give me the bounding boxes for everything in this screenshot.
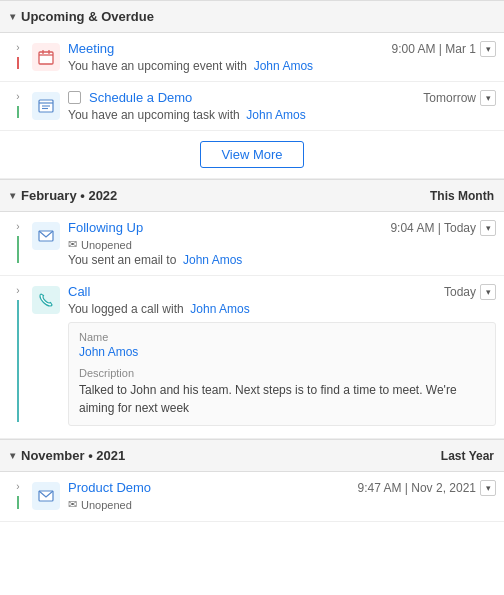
activity-left-meeting: › (4, 41, 32, 73)
activity-item-schedule-demo: › Schedule a Demo Tomo (0, 82, 504, 131)
section-title: Upcoming & Overdue (21, 9, 154, 24)
expand-arrow-following[interactable]: › (16, 220, 19, 232)
call-detail-box: Name John Amos Description Talked to Joh… (68, 322, 496, 426)
meeting-desc: You have an upcoming event with John Amo… (68, 59, 496, 73)
call-desc-label: Description (79, 367, 485, 379)
section-badge-november: Last Year (441, 449, 494, 463)
chevron-icon[interactable]: ▾ (10, 11, 15, 22)
activity-item-product-demo: › Product Demo 9:47 AM | Nov 2, 2021 ▾ (0, 472, 504, 522)
expand-arrow-product-demo[interactable]: › (16, 480, 19, 492)
schedule-title[interactable]: Schedule a Demo (89, 90, 192, 105)
schedule-checkbox[interactable] (68, 91, 81, 104)
chevron-icon-february[interactable]: ▾ (10, 190, 15, 201)
expand-arrow-schedule[interactable]: › (16, 90, 19, 102)
following-time: 9:04 AM | Today (390, 221, 476, 235)
activity-left-call: › (4, 284, 32, 426)
schedule-title-row: Schedule a Demo Tomorrow ▾ (68, 90, 496, 106)
left-border-product-demo (17, 496, 19, 509)
left-border-call (17, 300, 19, 422)
following-icon (32, 222, 60, 250)
svg-rect-0 (39, 52, 53, 64)
view-more-button[interactable]: View More (200, 141, 303, 168)
chevron-icon-november[interactable]: ▾ (10, 450, 15, 461)
section-february-2022: ▾ February • 2022 This Month › Following… (0, 179, 504, 439)
activity-item-call: › Call Today ▾ You logged a call with (0, 276, 504, 439)
expand-arrow-meeting[interactable]: › (16, 41, 19, 53)
meeting-icon (32, 43, 60, 71)
meeting-content: Meeting 9:00 AM | Mar 1 ▾ You have an up… (60, 41, 496, 73)
schedule-link[interactable]: John Amos (246, 108, 305, 122)
following-title[interactable]: Following Up (68, 220, 143, 235)
following-content: Following Up 9:04 AM | Today ▾ ✉ Unopene… (60, 220, 496, 267)
call-dropdown-btn[interactable]: ▾ (480, 284, 496, 300)
schedule-desc: You have an upcoming task with John Amos (68, 108, 496, 122)
call-content: Call Today ▾ You logged a call with John… (60, 284, 496, 426)
product-demo-dropdown-btn[interactable]: ▾ (480, 480, 496, 496)
expand-arrow-call[interactable]: › (16, 284, 19, 296)
call-title[interactable]: Call (68, 284, 90, 299)
following-title-row: Following Up 9:04 AM | Today ▾ (68, 220, 496, 236)
following-status: ✉ Unopened (68, 238, 496, 251)
following-status-text: Unopened (81, 239, 132, 251)
section-upcoming-overdue: ▾ Upcoming & Overdue › Meeting (0, 0, 504, 179)
following-dropdown-btn[interactable]: ▾ (480, 220, 496, 236)
view-more-container: View More (0, 131, 504, 179)
meeting-desc-prefix: You have an upcoming event with (68, 59, 247, 73)
call-desc-value: Talked to John and his team. Next steps … (79, 381, 485, 417)
call-desc: You logged a call with John Amos (68, 302, 496, 316)
call-link[interactable]: John Amos (190, 302, 249, 316)
activity-left-product-demo: › (4, 480, 32, 513)
meeting-title-row: Meeting 9:00 AM | Mar 1 ▾ (68, 41, 496, 57)
activity-item-meeting: › Meeting 9:00 AM | Mar 1 ▾ (0, 33, 504, 82)
call-title-row: Call Today ▾ (68, 284, 496, 300)
call-icon (32, 286, 60, 314)
mail-status-icon: ✉ (68, 238, 77, 251)
app-container: ▾ Upcoming & Overdue › Meeting (0, 0, 504, 522)
meeting-link[interactable]: John Amos (254, 59, 313, 73)
schedule-content: Schedule a Demo Tomorrow ▾ You have an u… (60, 90, 496, 122)
product-demo-status: ✉ Unopened (68, 498, 496, 511)
left-border-schedule (17, 106, 19, 118)
section-header-november: ▾ November • 2021 Last Year (0, 439, 504, 472)
meeting-dropdown-btn[interactable]: ▾ (480, 41, 496, 57)
following-desc: You sent an email to John Amos (68, 253, 496, 267)
call-name-label: Name (79, 331, 485, 343)
section-header-title-group: ▾ Upcoming & Overdue (10, 9, 154, 24)
section-title-february: February • 2022 (21, 188, 117, 203)
following-link[interactable]: John Amos (183, 253, 242, 267)
schedule-dropdown-btn[interactable]: ▾ (480, 90, 496, 106)
product-demo-icon (32, 482, 60, 510)
mail-status-icon-demo: ✉ (68, 498, 77, 511)
following-desc-prefix: You sent an email to (68, 253, 176, 267)
section-header-november-title-group: ▾ November • 2021 (10, 448, 125, 463)
product-demo-title[interactable]: Product Demo (68, 480, 151, 495)
section-header-upcoming: ▾ Upcoming & Overdue (0, 0, 504, 33)
call-time: Today (444, 285, 476, 299)
product-demo-time: 9:47 AM | Nov 2, 2021 (357, 481, 476, 495)
schedule-icon (32, 92, 60, 120)
schedule-time: Tomorrow (423, 91, 476, 105)
section-badge-february: This Month (430, 189, 494, 203)
call-name-value[interactable]: John Amos (79, 345, 485, 359)
product-demo-title-row: Product Demo 9:47 AM | Nov 2, 2021 ▾ (68, 480, 496, 496)
product-demo-content: Product Demo 9:47 AM | Nov 2, 2021 ▾ ✉ U… (60, 480, 496, 513)
product-demo-status-text: Unopened (81, 499, 132, 511)
meeting-time: 9:00 AM | Mar 1 (392, 42, 477, 56)
activity-left-following: › (4, 220, 32, 267)
meeting-title[interactable]: Meeting (68, 41, 114, 56)
activity-item-following-up: › Following Up 9:04 AM | Today ▾ (0, 212, 504, 276)
section-title-november: November • 2021 (21, 448, 125, 463)
section-header-february: ▾ February • 2022 This Month (0, 179, 504, 212)
left-border-meeting (17, 57, 19, 69)
activity-left-schedule: › (4, 90, 32, 122)
section-november-2021: ▾ November • 2021 Last Year › Product De… (0, 439, 504, 522)
schedule-desc-prefix: You have an upcoming task with (68, 108, 240, 122)
section-header-february-title-group: ▾ February • 2022 (10, 188, 117, 203)
call-desc-prefix: You logged a call with (68, 302, 184, 316)
left-border-following (17, 236, 19, 263)
